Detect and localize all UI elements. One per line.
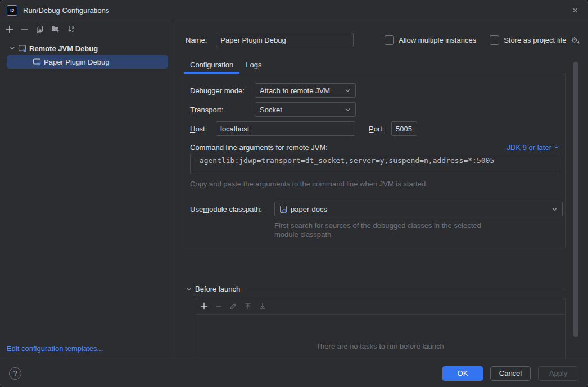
move-task-up-icon[interactable]	[243, 302, 252, 311]
tab-configuration[interactable]: Configuration	[184, 56, 239, 73]
before-launch-toolbar	[195, 298, 565, 315]
configurations-sidebar: az Remote JVM Debug	[0, 21, 175, 359]
store-options-gear-icon[interactable]: ⚙	[571, 36, 578, 44]
apply-button[interactable]: Apply	[538, 366, 578, 381]
edit-task-icon[interactable]	[229, 302, 238, 311]
debugger-mode-label: Debugger mode:	[190, 83, 245, 98]
module-classpath-label: Use module classpath:	[190, 202, 262, 216]
cmdline-arguments-field[interactable]: -agentlib:jdwp=transport=dt_socket,serve…	[190, 153, 559, 174]
divider	[245, 289, 566, 289]
chevron-down-icon	[186, 286, 192, 293]
store-as-project-file-label: Store as project file	[504, 36, 566, 44]
port-input[interactable]	[391, 121, 417, 136]
host-label: Host:	[190, 121, 207, 136]
before-launch-header[interactable]: Before launch	[186, 285, 566, 293]
host-input[interactable]	[216, 121, 355, 136]
copy-configuration-icon[interactable]	[35, 25, 44, 34]
allow-multiple-instances-checkbox[interactable]: Allow multiple instances	[385, 35, 476, 45]
cmdline-label: Command line arguments for remote JVM:	[190, 142, 328, 153]
remove-task-icon[interactable]	[214, 302, 223, 311]
configuration-form-panel: Debugger mode: Attach to remote JVM Tran…	[184, 74, 566, 248]
edit-configuration-templates-link[interactable]: Edit configuration templates...	[7, 344, 103, 353]
port-label: Port:	[369, 121, 384, 136]
before-launch-title: Before launch	[195, 285, 240, 293]
tree-item-paper-plugin-debug[interactable]: Paper Plugin Debug	[7, 55, 168, 69]
remote-debug-config-icon	[33, 57, 42, 66]
checkbox-icon[interactable]	[490, 35, 499, 45]
module-classpath-hint-line2: module classpath	[274, 230, 331, 239]
title-bar: IJ Run/Debug Configurations ×	[0, 0, 588, 21]
allow-multiple-instances-label: Allow multiple instances	[399, 36, 476, 44]
transport-select[interactable]: Socket	[255, 102, 356, 117]
dialog-footer: ? OK Cancel Apply	[0, 359, 588, 387]
help-button[interactable]: ?	[9, 367, 21, 380]
configuration-editor: Name: Allow multiple instances Store as …	[175, 21, 588, 359]
chevron-down-icon	[345, 107, 351, 113]
checkbox-icon[interactable]	[385, 35, 394, 45]
transport-label: Transport:	[190, 102, 223, 117]
new-folder-icon[interactable]	[51, 25, 60, 34]
debugger-mode-select[interactable]: Attach to remote JVM	[255, 83, 356, 98]
jdk-version-selector[interactable]: JDK 9 or later	[507, 142, 559, 153]
name-label: Name:	[186, 36, 207, 44]
editor-tabs: Configuration Logs	[184, 56, 268, 73]
tree-item-label: Paper Plugin Debug	[44, 58, 109, 66]
cmdline-hint: Copy and paste the arguments to the comm…	[190, 180, 426, 188]
module-classpath-value: paper-docs	[291, 205, 327, 213]
sort-configurations-icon[interactable]: az	[66, 25, 75, 34]
tree-group-remote-jvm-debug[interactable]: Remote JVM Debug	[0, 42, 175, 55]
debugger-mode-value: Attach to remote JVM	[260, 86, 330, 95]
add-task-icon[interactable]	[200, 302, 209, 311]
remote-debug-config-icon	[18, 44, 27, 53]
ok-button[interactable]: OK	[442, 366, 483, 381]
module-classpath-select[interactable]: paper-docs	[274, 202, 563, 216]
name-input[interactable]	[216, 33, 354, 47]
tree-group-label: Remote JVM Debug	[29, 44, 98, 53]
sidebar-toolbar: az	[0, 21, 175, 38]
chevron-down-icon	[345, 88, 351, 94]
jdk-version-label: JDK 9 or later	[507, 143, 551, 152]
run-debug-configurations-dialog: IJ Run/Debug Configurations ×	[0, 0, 588, 387]
intellij-logo-icon: IJ	[7, 5, 17, 16]
vertical-scrollbar[interactable]	[573, 62, 578, 337]
transport-value: Socket	[260, 106, 282, 114]
chevron-down-icon	[551, 206, 558, 212]
move-task-down-icon[interactable]	[258, 302, 267, 311]
add-configuration-icon[interactable]	[5, 25, 14, 34]
cancel-button[interactable]: Cancel	[490, 366, 531, 381]
tab-logs[interactable]: Logs	[239, 56, 268, 73]
configurations-tree: Remote JVM Debug Paper Plugin Debug	[0, 42, 175, 69]
module-icon	[279, 205, 287, 213]
chevron-down-icon[interactable]	[9, 45, 16, 52]
store-as-project-file-checkbox[interactable]: Store as project file	[490, 35, 566, 45]
close-icon[interactable]: ×	[569, 4, 581, 16]
name-row: Name: Allow multiple instances Store as …	[186, 33, 578, 47]
module-classpath-hint-line1: First search for sources of the debugged…	[274, 221, 481, 230]
remove-configuration-icon[interactable]	[20, 25, 29, 34]
window-title: Run/Debug Configurations	[23, 6, 109, 15]
